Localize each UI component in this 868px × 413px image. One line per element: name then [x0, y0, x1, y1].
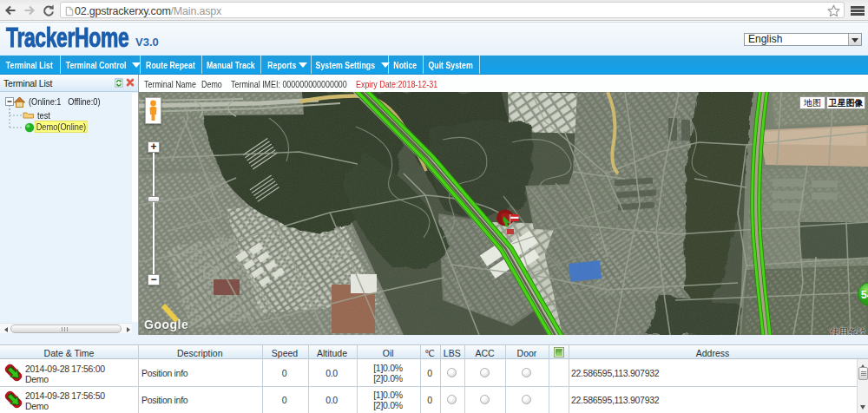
- svg-text:54: 54: [861, 289, 868, 301]
